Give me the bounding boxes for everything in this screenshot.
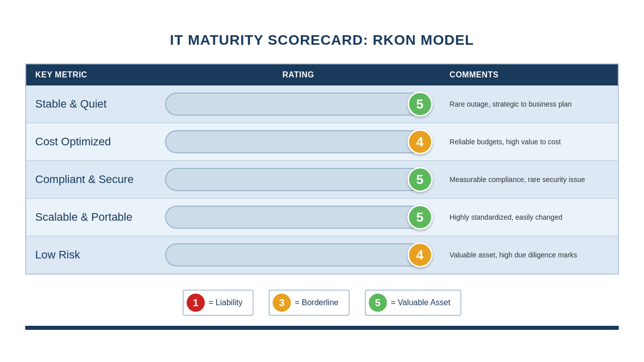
rating-badge: 5 [408,92,433,117]
metric-cell: Low Risk [26,236,156,275]
legend-badge: 3 [273,294,291,312]
scorecard-table: KEY METRIC RATING COMMENTS Stable & Quie… [25,63,619,275]
col-header-rating: RATING [156,64,440,85]
rating-bar-wrapper: 5 [165,168,431,191]
rating-bar: 5 [165,93,431,116]
rating-cell: 4 [156,123,440,161]
comment-cell: Valuable asset, high due diligence marks [441,236,618,275]
rating-badge: 4 [408,129,433,154]
legend-container: 1 = Liability 3 = Borderline 5 = Valuabl… [183,290,461,316]
col-header-comments: COMMENTS [441,64,618,85]
table-row: Cost Optimized 4 Reliable budgets, high … [26,123,618,161]
page-container: IT MATURITY SCORECARD: RKON MODEL KEY ME… [25,32,619,330]
table-header-row: KEY METRIC RATING COMMENTS [26,64,618,85]
rating-bar: 5 [165,168,431,191]
bottom-bar [25,326,619,330]
rating-bar: 4 [165,243,431,266]
legend-label: = Borderline [295,298,339,307]
comment-cell: Measurable compliance, rare security iss… [441,161,618,199]
legend-label: = Liability [209,298,243,307]
legend-label: = Valuable Asset [391,298,450,307]
metric-cell: Cost Optimized [26,123,156,161]
metric-cell: Scalable & Portable [26,199,156,236]
metric-cell: Stable & Quiet [26,85,156,123]
metric-cell: Compliant & Secure [26,161,156,199]
table-row: Low Risk 4 Valuable asset, high due dili… [26,236,618,275]
rating-badge: 4 [408,242,433,267]
rating-cell: 5 [156,199,440,236]
rating-bar: 4 [165,130,431,153]
rating-cell: 4 [156,236,440,275]
comment-cell: Highly standardized, easily changed [441,199,618,236]
table-row: Stable & Quiet 5 Rare outage, strategic … [26,85,618,123]
rating-bar-wrapper: 5 [165,93,431,116]
rating-badge: 5 [408,205,433,230]
comment-cell: Rare outage, strategic to business plan [441,85,618,123]
rating-bar-wrapper: 4 [165,243,431,266]
rating-cell: 5 [156,85,440,123]
rating-cell: 5 [156,161,440,199]
rating-bar-wrapper: 5 [165,206,431,229]
page-title: IT MATURITY SCORECARD: RKON MODEL [170,32,474,48]
legend-item: 5 = Valuable Asset [365,290,461,316]
table-row: Compliant & Secure 5 Measurable complian… [26,161,618,199]
table-row: Scalable & Portable 5 Highly standardize… [26,199,618,236]
legend-item: 3 = Borderline [269,290,350,316]
legend-badge: 1 [187,294,205,312]
rating-badge: 5 [408,167,433,192]
comment-cell: Reliable budgets, high value to cost [441,123,618,161]
legend-item: 1 = Liability [183,290,254,316]
rating-bar: 5 [165,206,431,229]
legend-badge: 5 [369,294,387,312]
rating-bar-wrapper: 4 [165,130,431,153]
col-header-metric: KEY METRIC [26,64,156,85]
